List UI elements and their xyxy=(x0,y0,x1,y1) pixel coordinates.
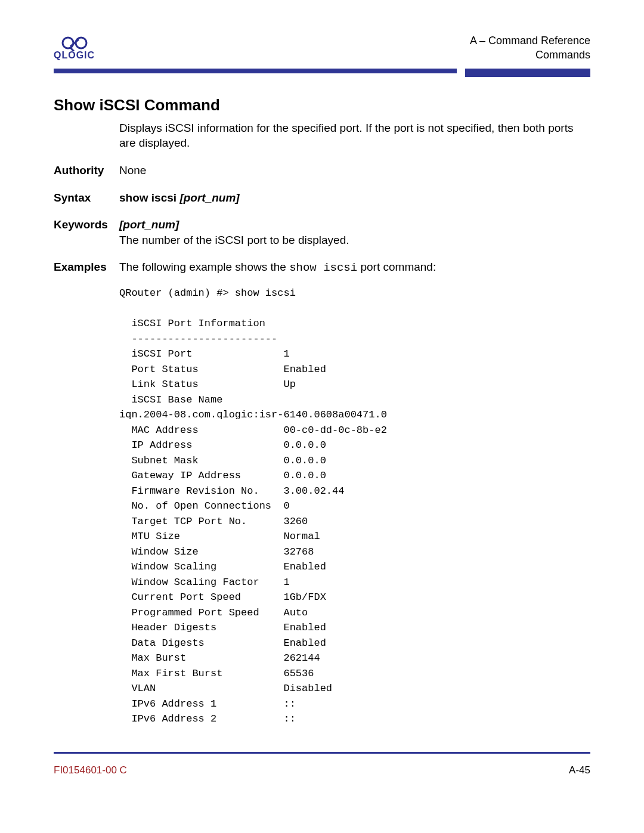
intro-text: Displays iSCSI information for the speci… xyxy=(119,120,590,151)
examples-sentence-before: The following example shows the xyxy=(119,261,289,273)
keywords-label: Keywords xyxy=(54,217,119,247)
syntax-param: [port_num] xyxy=(179,191,239,204)
examples-sentence-after: port command: xyxy=(357,261,436,273)
svg-point-0 xyxy=(63,38,73,48)
qlogic-icon xyxy=(60,33,89,51)
keywords-param: [port_num] xyxy=(119,218,179,231)
syntax-label: Syntax xyxy=(54,190,119,206)
authority-value: None xyxy=(119,163,590,178)
footer-rule xyxy=(54,752,590,754)
keywords-value: [port_num] The number of the iSCSI port … xyxy=(119,217,590,247)
footer-doc-id: FI0154601-00 C xyxy=(54,764,127,776)
header-breadcrumb-2: Commands xyxy=(470,48,590,62)
header-rule xyxy=(54,69,590,77)
syntax-value: show iscsi [port_num] xyxy=(119,190,590,206)
header-breadcrumb-1: A – Command Reference xyxy=(470,33,590,48)
logo: QLOGIC xyxy=(54,33,95,61)
keywords-desc: The number of the iSCSI port to be displ… xyxy=(119,234,349,246)
terminal-output: QRouter (admin) #> show iscsi iSCSI Port… xyxy=(119,286,590,727)
examples-label: Examples xyxy=(54,259,119,276)
examples-sentence-code: show iscsi xyxy=(289,261,357,274)
syntax-command: show iscsi xyxy=(119,191,179,204)
svg-point-1 xyxy=(76,38,86,48)
page-title: Show iSCSI Command xyxy=(54,96,590,114)
header-right: A – Command Reference Commands xyxy=(470,33,590,63)
examples-value: The following example shows the show isc… xyxy=(119,259,590,276)
footer-page-number: A-45 xyxy=(569,764,590,776)
logo-text: QLOGIC xyxy=(54,50,95,61)
authority-label: Authority xyxy=(54,163,119,178)
